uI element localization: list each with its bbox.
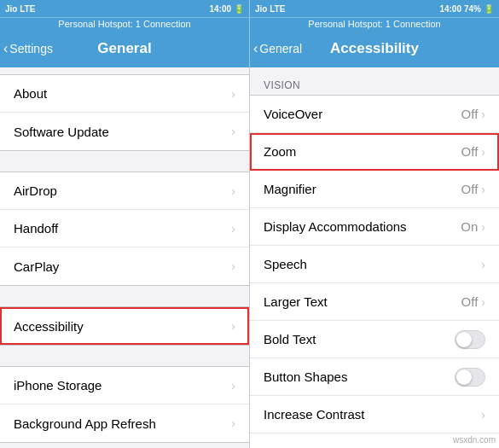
row-magnifier[interactable]: Magnifier Off › [250,171,499,208]
chevron-carplay: › [231,259,235,273]
nav-bar: ‹ Settings General ‹ General Accessibili… [0,30,499,67]
hotspot-bar: Personal Hotspot: 1 Connection Personal … [0,17,499,30]
group-1: About › Software Update › [0,74,249,151]
back-label-left[interactable]: Settings [9,42,53,55]
back-label-right[interactable]: General [259,42,302,55]
nav-title-right: Accessibility [330,40,419,57]
time-left: 14:00 [209,4,231,14]
group-2: AirDrop › Handoff › CarPlay › [0,172,249,286]
chevron-larger-text: › [481,295,485,309]
row-increase-contrast[interactable]: Increase Contrast › [250,396,499,433]
row-accessibility[interactable]: Accessibility › [0,307,249,345]
hotspot-right: Personal Hotspot: 1 Connection [250,18,499,30]
back-button-right[interactable]: ‹ General [253,41,302,56]
chevron-zoom: › [481,145,485,159]
back-button-left[interactable]: ‹ Settings [3,41,53,56]
nav-right: ‹ General Accessibility [250,30,499,67]
carrier-left: Jio LTE [5,4,35,14]
row-background-refresh[interactable]: Background App Refresh › [0,404,249,442]
chevron-increase-contrast: › [481,408,485,422]
button-shapes-toggle[interactable] [455,368,485,387]
chevron-display-accommodations: › [481,220,485,234]
chevron-background-refresh: › [231,416,235,430]
chevron-magnifier: › [481,183,485,196]
time-right: 14:00 [439,4,461,14]
section-2: AirDrop › Handoff › CarPlay › [0,172,249,286]
battery-icon-left: 🔋 [234,4,244,14]
group-4: iPhone Storage › Background App Refresh … [0,366,249,443]
watermark: wsxdn.com [453,435,496,445]
accessibility-panel: VISION VoiceOver Off › Zoom Off › [250,67,499,448]
general-panel: About › Software Update › AirDrop [0,67,249,448]
section-1: About › Software Update › [0,74,249,151]
group-3: Accessibility › [0,306,249,346]
nav-title-left: General [97,40,151,57]
vision-header: VISION [250,74,499,95]
chevron-iphone-storage: › [231,379,235,393]
battery-right: 74% [464,4,481,14]
status-bar: Jio LTE 14:00 🔋 Jio LTE 14:00 74% 🔋 [0,0,499,17]
row-software-update[interactable]: Software Update › [0,113,249,150]
chevron-speech: › [481,258,485,271]
chevron-voiceover: › [481,108,485,121]
chevron-about: › [231,87,235,101]
status-bar-right: Jio LTE 14:00 74% 🔋 [250,0,499,17]
status-bar-left: Jio LTE 14:00 🔋 [0,0,249,17]
nav-left: ‹ Settings General [0,30,249,67]
chevron-software-update: › [231,125,235,138]
hotspot-left: Personal Hotspot: 1 Connection [0,18,249,30]
row-iphone-storage[interactable]: iPhone Storage › [0,367,249,404]
carrier-right: Jio LTE [255,4,285,14]
row-bold-text[interactable]: Bold Text [250,321,499,358]
row-zoom[interactable]: Zoom Off › [250,133,499,171]
row-handoff[interactable]: Handoff › [0,210,249,247]
row-larger-text[interactable]: Larger Text Off › [250,283,499,321]
battery-icon-right: 🔋 [484,4,494,14]
section-3: Accessibility › [0,306,249,346]
vision-group: VISION VoiceOver Off › Zoom Off › [250,74,499,448]
section-4: iPhone Storage › Background App Refresh … [0,366,249,443]
vision-section: VoiceOver Off › Zoom Off › Magnifier [250,95,499,448]
row-button-shapes[interactable]: Button Shapes [250,358,499,396]
row-carplay[interactable]: CarPlay › [0,247,249,285]
content-area: About › Software Update › AirDrop [0,67,499,448]
row-speech[interactable]: Speech › [250,246,499,283]
row-display-accommodations[interactable]: Display Accommodations On › [250,208,499,246]
row-airdrop[interactable]: AirDrop › [0,172,249,210]
chevron-handoff: › [231,222,235,236]
chevron-airdrop: › [231,184,235,198]
bold-text-toggle[interactable] [455,330,485,349]
back-chevron-left: ‹ [3,41,8,56]
row-voiceover[interactable]: VoiceOver Off › [250,96,499,133]
chevron-accessibility: › [231,319,235,333]
row-about[interactable]: About › [0,75,249,113]
back-chevron-right: ‹ [253,41,258,56]
